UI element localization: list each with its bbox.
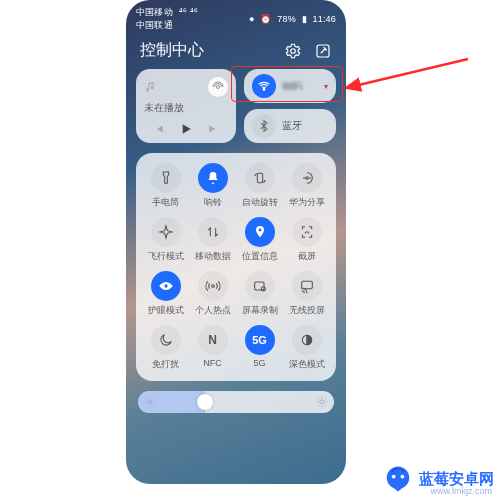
svg-point-16 [392, 475, 396, 479]
svg-point-8 [211, 285, 214, 288]
media-title: 未在播放 [144, 101, 228, 115]
music-note-icon [144, 80, 158, 94]
autorotate-icon [252, 170, 268, 186]
carrier-2: 中国联通 [136, 20, 173, 30]
edit-icon[interactable] [314, 42, 332, 60]
wifi-label: WiFi [282, 81, 302, 92]
bell-icon [205, 170, 221, 186]
svg-rect-4 [257, 173, 262, 182]
cast-icon [299, 278, 315, 294]
clock: 11:46 [312, 14, 336, 24]
record-icon: ● [249, 14, 255, 24]
play-icon[interactable] [178, 121, 194, 137]
svg-point-17 [401, 475, 405, 479]
bluetooth-icon [252, 114, 276, 138]
status-bar: 中国移动 ⁴⁶ ⁴⁶ 中国联通 ● ⏰ 78% ▮ 11:46 [126, 0, 346, 34]
brightness-knob[interactable] [197, 394, 213, 410]
wifi-toggle[interactable]: WiFi ▾ [244, 69, 336, 103]
battery-icon: ▮ [302, 14, 307, 24]
watermark-url: www.lmkjz.com [430, 486, 492, 496]
toggle-airplane[interactable]: 飞行模式 [142, 217, 189, 263]
toggle-nfc[interactable]: NNFC [189, 325, 236, 371]
svg-point-14 [320, 400, 324, 404]
watermark-logo-icon [383, 464, 413, 494]
alarm-icon: ⏰ [260, 14, 271, 24]
toggle-location[interactable]: 位置信息 [236, 217, 283, 263]
brightness-slider[interactable] [138, 391, 334, 413]
wifi-icon [252, 74, 276, 98]
media-card[interactable]: 未在播放 [136, 69, 236, 143]
svg-point-7 [164, 284, 167, 287]
svg-point-2 [217, 86, 220, 89]
toggle-dnd[interactable]: 免打扰 [142, 325, 189, 371]
toggle-mobiledata[interactable]: 移动数据 [189, 217, 236, 263]
mobiledata-icon [205, 224, 221, 240]
share-icon [299, 170, 315, 186]
toggle-screenrec[interactable]: 屏幕录制 [236, 271, 283, 317]
toggle-eyecomfort[interactable]: 护眼模式 [142, 271, 189, 317]
svg-point-3 [263, 89, 265, 91]
svg-point-5 [305, 177, 308, 180]
page-title: 控制中心 [140, 40, 204, 61]
next-track-icon[interactable] [206, 121, 222, 137]
bluetooth-toggle[interactable]: 蓝牙 [244, 109, 336, 143]
media-output-icon[interactable] [208, 77, 228, 97]
status-left: 中国移动 ⁴⁶ ⁴⁶ 中国联通 [136, 6, 201, 32]
toggle-flashlight[interactable]: 手电筒 [142, 163, 189, 209]
watermark: 蓝莓安卓网 www.lmkjz.com [383, 464, 494, 494]
prev-track-icon[interactable] [150, 121, 166, 137]
toggle-screenshot[interactable]: 截屏 [283, 217, 330, 263]
svg-line-15 [346, 59, 468, 88]
brightness-fill [138, 391, 205, 413]
nfc-icon: N [208, 333, 217, 347]
svg-point-0 [291, 48, 296, 53]
toggle-hotspot[interactable]: 个人热点 [189, 271, 236, 317]
bluetooth-label: 蓝牙 [282, 119, 302, 133]
signal-icon: ⁴⁶ ⁴⁶ [179, 7, 199, 17]
flashlight-icon [158, 170, 174, 186]
chevron-down-icon[interactable]: ▾ [324, 82, 328, 91]
carrier-1: 中国移动 [136, 7, 173, 17]
battery-pct: 78% [277, 14, 296, 24]
control-center-header: 控制中心 [126, 34, 346, 69]
phone-screen: 中国移动 ⁴⁶ ⁴⁶ 中国联通 ● ⏰ 78% ▮ 11:46 控制中心 [126, 0, 346, 484]
annotation-arrow [328, 54, 478, 164]
settings-icon[interactable] [284, 42, 302, 60]
toggle-huaweishare[interactable]: 华为分享 [283, 163, 330, 209]
location-icon [252, 224, 268, 240]
moon-icon [158, 332, 174, 348]
eye-icon [158, 278, 174, 294]
toggle-autorotate[interactable]: 自动旋转 [236, 163, 283, 209]
quick-settings-grid: 手电筒 响铃 自动旋转 华为分享 飞行模式 移动数据 位置信息 截屏 护眼模式 … [136, 153, 336, 381]
5g-icon: 5G [252, 334, 267, 346]
hotspot-icon [205, 278, 221, 294]
toggle-darkmode[interactable]: 深色模式 [283, 325, 330, 371]
darkmode-icon [299, 332, 315, 348]
toggle-wirelesscast[interactable]: 无线投屏 [283, 271, 330, 317]
airplane-icon [158, 224, 174, 240]
svg-point-6 [258, 229, 261, 232]
svg-rect-9 [254, 282, 263, 290]
screenshot-icon [299, 224, 315, 240]
status-right: ● ⏰ 78% ▮ 11:46 [246, 14, 336, 24]
toggle-ring[interactable]: 响铃 [189, 163, 236, 209]
screenrec-icon [252, 278, 268, 294]
toggle-5g[interactable]: 5G5G [236, 325, 283, 371]
svg-rect-11 [301, 281, 312, 288]
brightness-high-icon [316, 396, 328, 408]
